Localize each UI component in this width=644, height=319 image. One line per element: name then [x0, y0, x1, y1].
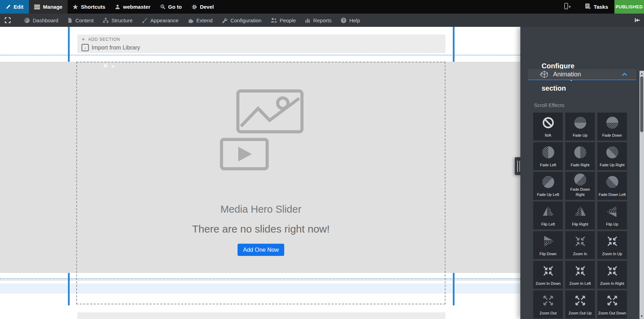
scroll-effect-tile-zoom-in-left[interactable]: Zoom In Left: [565, 261, 595, 289]
manage-label: Manage: [43, 4, 62, 10]
hero-cta-wrap: Add One Now: [76, 244, 445, 256]
scroll-effect-tile-fade-left[interactable]: Fade Left: [533, 142, 563, 170]
admin-menu-item-appearance[interactable]: Appearance: [137, 14, 183, 27]
shortcuts-tab[interactable]: ★ Shortcuts: [68, 0, 110, 14]
import-from-library-button[interactable]: ↓ Import from Library: [82, 44, 441, 51]
edit-tab[interactable]: Edit: [0, 0, 29, 14]
add-section-bar-top: + ADD SECTION ↓ Import from Library: [77, 35, 445, 53]
import-from-library-label: Import from Library: [92, 44, 140, 51]
scroll-effect-tile-flip-left[interactable]: Flip Left: [533, 202, 563, 229]
caret-down-icon: ▾: [569, 5, 571, 9]
zoom-out-down-icon: [597, 290, 627, 311]
import-icon: ↓: [82, 44, 89, 51]
scroll-up-arrow-icon[interactable]: ▲: [639, 71, 644, 76]
section-outline-right-bottom: [453, 273, 455, 305]
fade-left-icon: [533, 142, 563, 162]
scroll-effect-tile-zoom-in[interactable]: Zoom In: [565, 231, 595, 259]
flip-down-icon: [533, 231, 563, 251]
devel-tab[interactable]: Devel: [187, 0, 219, 14]
scroll-effects-grid: N/A Fade Up Fade Down: [533, 113, 627, 318]
video-play-placeholder-icon: [220, 138, 269, 172]
admin-menu-item-extend[interactable]: Extend: [183, 14, 217, 27]
scroll-effect-tile-flip-down[interactable]: Flip Down: [533, 231, 563, 259]
scroll-effect-tile-flip-right[interactable]: Flip Right: [565, 202, 595, 229]
pencil-icon: [6, 4, 11, 9]
admin-menu-item-content[interactable]: Content: [63, 14, 98, 27]
zoom-in-down-icon: [533, 261, 563, 281]
panel-scrollbar[interactable]: ▲ ▼: [639, 71, 644, 319]
hero-empty-message: There are no slides right now!: [76, 223, 445, 235]
admin-menu-label: Appearance: [150, 17, 179, 23]
drupal-admin-ui: Edit Manage ★ Shortcuts webmaster: [0, 0, 644, 319]
admin-menu-item-structure[interactable]: Structure: [98, 14, 137, 27]
scroll-effect-tile-zoom-out[interactable]: Zoom Out: [533, 290, 563, 318]
user-account-tab[interactable]: webmaster: [110, 0, 155, 14]
scroll-effect-tile-fade-right[interactable]: Fade Right: [565, 142, 595, 170]
magnifier-icon: [160, 4, 165, 9]
scroll-effect-label: Flip Left: [541, 222, 556, 227]
zoom-out-icon: [533, 290, 563, 311]
edit-label: Edit: [14, 4, 23, 10]
tasks-icon: [585, 3, 591, 10]
admin-menu-label: Content: [75, 17, 94, 23]
scroll-effect-tile-fade-up-right[interactable]: Fade Up Right: [597, 142, 627, 170]
admin-menu-item-help[interactable]: ?Help: [336, 14, 365, 27]
admin-menu-label: Dashboard: [33, 17, 58, 23]
animation-accordion-header[interactable]: Animation: [528, 69, 636, 80]
section-remove-icon[interactable]: ×: [111, 64, 114, 69]
shortcuts-label: Shortcuts: [81, 4, 105, 10]
user-icon: [115, 4, 120, 9]
fade-down-right-icon: [565, 172, 595, 187]
dashboard-icon: [24, 17, 30, 23]
scroll-effect-label: Fade Down: [602, 133, 622, 138]
tasks-button[interactable]: Tasks: [581, 0, 612, 14]
scroll-effect-label: Flip Up: [605, 222, 619, 227]
wrench-icon: [222, 17, 227, 23]
scroll-effect-tile-fade-down-right[interactable]: Fade Down Right: [565, 172, 595, 200]
hero-block-title: Media Hero Slider: [76, 204, 445, 215]
add-section-button[interactable]: + ADD SECTION: [82, 36, 441, 42]
scrollbar-thumb[interactable]: [640, 76, 643, 132]
corner-brackets-icon[interactable]: [4, 17, 11, 24]
scroll-effect-label: Zoom Out Up: [568, 311, 592, 316]
published-status-badge: PUBLISHED: [614, 0, 644, 14]
scroll-effect-tile-flip-up[interactable]: Flip Up: [597, 202, 627, 229]
scroll-effect-tile-fade-up-left[interactable]: Fade Up Left: [533, 172, 563, 200]
admin-menu-bar: DashboardContentStructureAppearanceExten…: [0, 14, 644, 27]
admin-toolbar: Edit Manage ★ Shortcuts webmaster: [0, 0, 644, 14]
flip-right-icon: [565, 202, 595, 222]
scroll-effect-tile-zoom-out-down[interactable]: Zoom Out Down: [597, 290, 627, 318]
add-section-label: ADD SECTION: [88, 37, 120, 42]
scroll-effect-tile-zoom-in-right[interactable]: Zoom In Right: [597, 261, 627, 289]
admin-menu: DashboardContentStructureAppearanceExten…: [20, 14, 365, 27]
fade-down-icon: [597, 113, 627, 133]
puzzle-icon: [188, 17, 194, 23]
scroll-effect-label: Zoom In Down: [535, 281, 561, 286]
admin-menu-item-reports[interactable]: Reports: [300, 14, 336, 27]
tasks-label: Tasks: [594, 4, 608, 10]
scroll-effect-tile-zoom-out-up[interactable]: Zoom Out Up: [565, 290, 595, 318]
scroll-effect-tile-zoom-in-up[interactable]: Zoom In Up: [597, 231, 627, 259]
section-configure-gear-icon[interactable]: [103, 63, 108, 69]
scroll-down-arrow-icon[interactable]: ▼: [639, 314, 644, 318]
add-one-now-button[interactable]: Add One Now: [238, 244, 285, 256]
manage-tab[interactable]: Manage: [29, 0, 68, 14]
goto-tab[interactable]: Go to: [155, 0, 187, 14]
collapse-toolbar-icon[interactable]: [634, 14, 641, 27]
scroll-effect-label: Fade Up Right: [599, 162, 625, 167]
scroll-effect-tile-fade-down[interactable]: Fade Down: [597, 113, 627, 140]
section-controls: ×: [103, 63, 114, 69]
scroll-effect-label: Fade Right: [570, 162, 590, 167]
zoom-in-up-icon: [597, 231, 627, 251]
fade-up-left-icon: [533, 172, 563, 192]
scroll-effect-tile-zoom-in-down[interactable]: Zoom In Down: [533, 261, 563, 289]
admin-menu-item-people[interactable]: People: [266, 14, 301, 27]
zoom-in-right-icon: [597, 261, 627, 281]
scroll-effect-tile-n-a[interactable]: N/A: [533, 113, 563, 140]
scroll-effect-tile-fade-down-left[interactable]: Fade Down Left: [597, 172, 627, 200]
admin-menu-item-dashboard[interactable]: Dashboard: [20, 14, 63, 27]
admin-menu-item-configuration[interactable]: Configuration: [217, 14, 266, 27]
responsive-preview-button[interactable]: ▾: [561, 0, 574, 14]
help-icon: ?: [341, 17, 347, 23]
scroll-effect-tile-fade-up[interactable]: Fade Up: [565, 113, 595, 140]
